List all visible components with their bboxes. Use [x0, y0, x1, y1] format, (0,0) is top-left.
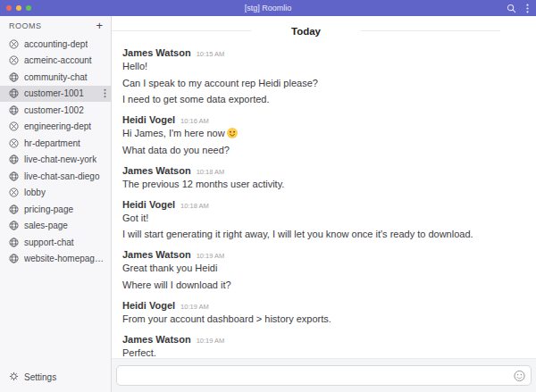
- private-room-icon: [9, 138, 19, 148]
- message-text: Great thank you Heidi: [122, 263, 522, 273]
- date-divider: Today: [112, 24, 500, 38]
- message-group: Heidi Vogel 10:18 AM Got it!I will start…: [122, 199, 522, 240]
- rooms-header: ROOMS +: [0, 16, 111, 36]
- message-timestamp: 10:19 AM: [197, 252, 225, 260]
- message-text: Where will I download it?: [122, 279, 522, 290]
- overflow-menu-icon[interactable]: [526, 4, 529, 13]
- emoji-picker-icon[interactable]: [514, 370, 525, 381]
- room-label: lobby: [24, 188, 46, 197]
- room-list: accounting-dept acmeinc-account communit…: [0, 36, 111, 267]
- message-group: James Watson 10:19 AM Great thank you He…: [122, 249, 522, 290]
- message-text: Hello!: [122, 61, 522, 71]
- room-label: hr-department: [24, 138, 80, 148]
- message-header: James Watson 10:19 AM: [122, 249, 522, 260]
- message-timestamp: 10:19 AM: [180, 303, 209, 311]
- sidebar-room-item[interactable]: sales-page: [0, 218, 111, 235]
- globe-icon: [9, 105, 19, 115]
- room-label: website-homepage-chat: [24, 254, 106, 263]
- rooms-sidebar: ROOMS + accounting-dept acmeinc-account: [0, 16, 112, 392]
- message-timestamp: 10:18 AM: [197, 168, 225, 176]
- room-label: sales-page: [24, 221, 68, 230]
- room-label: acmeinc-account: [24, 55, 92, 65]
- message-text: What data do you need?: [122, 145, 522, 155]
- sidebar-room-item[interactable]: website-homepage-chat: [0, 251, 111, 268]
- globe-icon: [9, 88, 19, 98]
- window-title: [stg] Roomlio: [0, 4, 536, 13]
- sidebar-room-item[interactable]: customer-1001: [0, 86, 111, 103]
- room-label: accounting-dept: [24, 39, 88, 49]
- message-text: I will start generating it right away, I…: [122, 229, 522, 239]
- sidebar-room-item[interactable]: support-chat: [0, 234, 111, 251]
- room-label: live-chat-san-diego: [24, 171, 100, 181]
- message-text: I need to get some data exported.: [122, 94, 522, 104]
- composer-bar: [112, 358, 536, 392]
- room-label: customer-1001: [24, 88, 84, 98]
- message-group: James Watson 10:19 AM Perfect.: [122, 334, 522, 358]
- minimize-button[interactable]: [16, 5, 21, 11]
- globe-icon: [9, 72, 19, 82]
- message-text: Perfect.: [122, 347, 522, 358]
- room-label: support-chat: [24, 238, 74, 247]
- message-group: James Watson 10:18 AM The previous 12 mo…: [122, 165, 522, 189]
- sidebar-room-item[interactable]: live-chat-san-diego: [0, 168, 111, 185]
- add-room-button[interactable]: +: [96, 21, 103, 30]
- message-author: James Watson: [122, 334, 191, 345]
- sidebar-room-item[interactable]: community-chat: [0, 69, 111, 86]
- message-author: James Watson: [122, 249, 191, 260]
- rooms-header-label: ROOMS: [9, 21, 42, 30]
- message-header: James Watson 10:18 AM: [122, 165, 522, 176]
- room-label: engineering-dept: [24, 121, 91, 131]
- room-label: pricing-page: [24, 204, 73, 214]
- traffic-lights: [0, 5, 31, 11]
- room-menu-icon[interactable]: [104, 88, 106, 98]
- message-input[interactable]: [116, 365, 532, 386]
- divider-line: [112, 30, 251, 31]
- message-timestamp: 10:18 AM: [180, 202, 209, 210]
- globe-icon: [9, 238, 19, 247]
- message-group: James Watson 10:15 AM Hello!Can I speak …: [122, 47, 522, 104]
- private-room-icon: [9, 188, 19, 197]
- private-room-icon: [9, 121, 19, 131]
- sidebar-room-item[interactable]: pricing-page: [0, 201, 111, 218]
- app-window: [stg] Roomlio ROOMS + accounting-dept: [0, 0, 536, 392]
- message-list: James Watson 10:15 AM Hello!Can I speak …: [112, 38, 536, 358]
- message-text: The previous 12 months user activity.: [122, 179, 522, 189]
- sidebar-room-item[interactable]: acmeinc-account: [0, 53, 111, 70]
- message-author: Heidi Vogel: [122, 114, 175, 125]
- message-author: James Watson: [122, 165, 191, 176]
- room-label: customer-1002: [24, 105, 84, 115]
- titlebar: [stg] Roomlio: [0, 0, 536, 16]
- message-text: Got it!: [122, 213, 522, 223]
- search-icon[interactable]: [507, 4, 516, 13]
- private-room-icon: [9, 55, 19, 65]
- zoom-button[interactable]: [26, 5, 31, 11]
- date-divider-label: Today: [291, 26, 321, 37]
- sidebar-room-item[interactable]: customer-1002: [0, 102, 111, 119]
- settings-button[interactable]: Settings: [0, 371, 65, 383]
- divider-line: [361, 30, 500, 31]
- globe-icon: [9, 154, 19, 164]
- chat-panel: Today James Watson 10:15 AM Hello!Can I …: [112, 16, 536, 392]
- sidebar-room-item[interactable]: hr-department: [0, 135, 111, 152]
- message-author: Heidi Vogel: [122, 300, 175, 311]
- message-header: James Watson 10:15 AM: [122, 47, 522, 58]
- room-label: live-chat-new-york: [24, 154, 96, 164]
- sidebar-room-item[interactable]: live-chat-new-york: [0, 152, 111, 169]
- message-author: Heidi Vogel: [122, 199, 175, 210]
- message-timestamp: 10:15 AM: [197, 50, 225, 58]
- globe-icon: [9, 204, 19, 214]
- close-button[interactable]: [6, 5, 12, 11]
- globe-icon: [9, 171, 19, 181]
- room-label: community-chat: [24, 72, 88, 82]
- sidebar-room-item[interactable]: lobby: [0, 185, 111, 202]
- sidebar-room-item[interactable]: accounting-dept: [0, 36, 111, 53]
- message-text: Hi James, I'm here now: [122, 128, 522, 138]
- message-group: Heidi Vogel 10:19 AM From your account d…: [122, 300, 522, 324]
- message-header: Heidi Vogel 10:18 AM: [122, 199, 522, 210]
- message-text: From your account dashboard > history ex…: [122, 313, 522, 324]
- message-header: Heidi Vogel 10:19 AM: [122, 300, 522, 311]
- sidebar-room-item[interactable]: engineering-dept: [0, 119, 111, 136]
- globe-icon: [9, 254, 19, 263]
- message-header: James Watson 10:19 AM: [122, 334, 522, 345]
- settings-label: Settings: [24, 372, 56, 382]
